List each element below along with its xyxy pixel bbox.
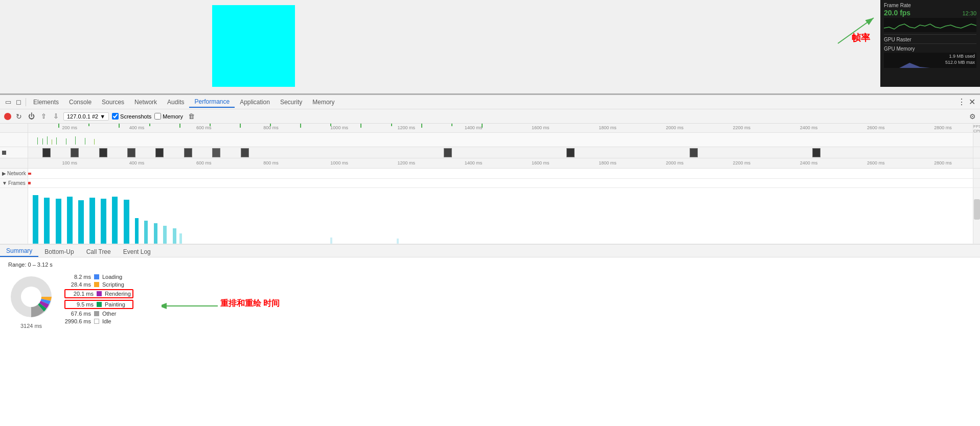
undock-icon[interactable]: ▭ <box>3 97 13 107</box>
dock-icon[interactable]: ◻ <box>13 97 24 107</box>
second-ruler-row: 100 ms 400 ms 600 ms 800 ms 1000 ms 1200… <box>0 158 980 169</box>
tab-security[interactable]: Security <box>275 97 307 107</box>
reflow-annotation-group: 重排和重绘 时间 <box>162 293 223 320</box>
range-label: Range: 0 – 3.12 s <box>8 262 972 268</box>
total-ms-label: 3124 ms <box>20 323 42 329</box>
tab-memory[interactable]: Memory <box>307 97 339 107</box>
gpu-raster-title: GPU Raster <box>884 37 911 42</box>
frame-rate-arrow <box>833 13 879 49</box>
screenshot-thumb-10 <box>566 148 575 157</box>
fps-graph <box>884 18 976 32</box>
frames-chart-row <box>0 188 980 244</box>
screenshot-thumb-6 <box>184 148 192 157</box>
frame-rate-panel: Frame Rate 20.0 fps 12:30 GPU Raster GPU… <box>880 0 980 87</box>
gpu-memory-title: GPU Memory <box>884 46 915 52</box>
summary-row-loading: 8.2 ms Loading <box>64 274 133 280</box>
summary-rows: 8.2 ms Loading 28.4 ms Scripting 20.1 ms… <box>64 274 133 324</box>
reflow-label: 重排和重绘 时间 <box>220 298 280 309</box>
fps-value: 20.0 fps <box>884 9 910 17</box>
memory-graph-area: 1.9 MB used 512.0 MB max <box>884 53 976 68</box>
network-label: Network <box>7 171 26 176</box>
browser-content: Frame Rate 20.0 fps 12:30 GPU Raster GPU… <box>0 0 980 94</box>
frame-rate-title: Frame Rate <box>884 3 911 8</box>
top-ruler-row: 200 ms 400 ms 600 ms 800 ms 1000 ms 1200… <box>0 124 980 133</box>
tab-performance[interactable]: Performance <box>189 97 235 108</box>
screenshot-thumb-11 <box>690 148 698 157</box>
screenshots-checkbox[interactable] <box>112 113 119 120</box>
frames-header-row: ▼ Frames <box>0 179 980 188</box>
tab-sources[interactable]: Sources <box>97 97 129 107</box>
refresh-button[interactable]: ↻ <box>14 112 24 121</box>
pie-svg <box>8 274 54 320</box>
summary-panel: Range: 0 – 3.12 s <box>0 257 980 339</box>
more-tabs-icon[interactable]: ⋮ <box>956 97 967 107</box>
summary-row-rendering: 20.1 ms Rendering <box>64 289 133 298</box>
memory-max: 512.0 MB max <box>945 60 975 66</box>
summary-row-scripting: 28.4 ms Scripting <box>64 281 133 288</box>
tab-console[interactable]: Console <box>64 97 97 107</box>
recording-bar: ↻ ⏻ ⇧ ⇩ 127.0.0.1 #2 ▼ Screenshots Memor… <box>0 109 980 124</box>
tab-bottom-up[interactable]: Bottom-Up <box>38 247 80 257</box>
screenshots-row <box>0 147 980 158</box>
screenshot-thumb-5 <box>155 148 164 157</box>
record-button[interactable] <box>4 113 11 120</box>
fps-right-value: 12:30 <box>962 10 976 16</box>
memory-checkbox-label[interactable]: Memory <box>154 113 183 120</box>
screenshot-thumb-1 <box>42 148 51 157</box>
upload-button[interactable]: ⇧ <box>39 112 48 121</box>
fps-waveform <box>884 18 976 32</box>
tab-audits[interactable]: Audits <box>162 97 189 107</box>
memory-checkbox[interactable] <box>154 113 161 120</box>
tab-call-tree[interactable]: Call Tree <box>80 247 117 257</box>
reflow-arrow <box>162 293 223 319</box>
screenshots-checkbox-label[interactable]: Screenshots <box>112 113 151 120</box>
cyan-rectangle <box>212 5 295 87</box>
frames-toggle[interactable]: ▼ <box>2 180 7 186</box>
network-toggle[interactable]: ▶ <box>2 171 6 176</box>
network-row: ▶ Network <box>0 169 980 179</box>
screenshot-thumb-8 <box>241 148 249 157</box>
tab-event-log[interactable]: Event Log <box>117 247 157 257</box>
pie-chart: 3124 ms <box>8 274 54 320</box>
frames-label: Frames <box>8 180 26 186</box>
scripting-label: Scripting <box>102 281 124 288</box>
svg-point-3 <box>21 287 41 307</box>
settings-button[interactable]: ⚙ <box>969 112 976 121</box>
tab-network[interactable]: Network <box>129 97 162 107</box>
bottom-tabs-bar: Summary Bottom-Up Call Tree Event Log <box>0 244 980 257</box>
summary-row-other: 67.6 ms Other <box>64 311 133 317</box>
clear-button[interactable]: ⏻ <box>27 112 36 121</box>
screenshot-thumb-9 <box>444 148 452 157</box>
download-button[interactable]: ⇩ <box>51 112 60 121</box>
tab-summary[interactable]: Summary <box>0 246 38 257</box>
summary-row-idle: 2990.6 ms Idle <box>64 318 133 324</box>
tab-elements[interactable]: Elements <box>28 97 64 107</box>
screenshot-thumb-4 <box>127 148 135 157</box>
summary-row-painting: 9.5 ms Painting <box>64 300 133 309</box>
devtools-tabbar: ▭ ◻ Elements Console Sources Network Aud… <box>0 95 980 109</box>
fps-bars-row <box>0 133 980 147</box>
tab-application[interactable]: Application <box>235 97 275 107</box>
screenshot-thumb-3 <box>99 148 107 157</box>
close-devtools-icon[interactable]: ✕ <box>967 97 977 107</box>
trash-button[interactable]: 🗑 <box>188 112 195 120</box>
screenshot-thumb-12 <box>812 148 821 157</box>
memory-used: 1.9 MB used <box>945 54 975 60</box>
svg-line-1 <box>838 18 874 43</box>
screenshot-thumb-2 <box>71 148 79 157</box>
devtools-panel: ▭ ◻ Elements Console Sources Network Aud… <box>0 94 980 339</box>
green-ticks <box>28 124 973 132</box>
url-dropdown[interactable]: 127.0.0.1 #2 ▼ <box>63 112 109 121</box>
timeline-area: 200 ms 400 ms 600 ms 800 ms 1000 ms 1200… <box>0 124 980 244</box>
screenshot-thumb-7 <box>212 148 220 157</box>
